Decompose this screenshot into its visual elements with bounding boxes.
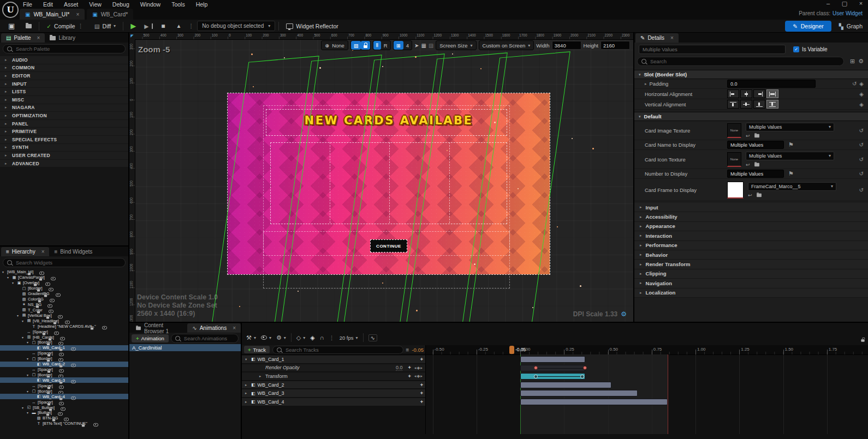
- reset-icon[interactable]: ↺: [859, 157, 864, 163]
- diff-button[interactable]: ▤Diff▾: [91, 20, 120, 32]
- halign-fill-button[interactable]: [766, 89, 778, 98]
- bind-icon[interactable]: ◈: [859, 91, 864, 97]
- add-key-icon[interactable]: +: [408, 365, 411, 370]
- localization-preview-toggle[interactable]: ⫴: [373, 41, 381, 50]
- auto-key-icon[interactable]: ◈: [310, 334, 314, 341]
- visibility-eye-icon[interactable]: [93, 423, 98, 426]
- compile-button[interactable]: ✓Compile⋮: [43, 20, 87, 32]
- tree-row[interactable]: ▾▥[HB_Cards]: [0, 334, 128, 340]
- preview-image-icon[interactable]: ▨: [429, 43, 433, 49]
- track-row[interactable]: ▸◧WB_Card_4+: [242, 398, 425, 406]
- widget-section-bar[interactable]: [520, 390, 638, 396]
- section-behavior[interactable]: ▸Behavior: [634, 250, 868, 260]
- tree-row[interactable]: ∗NS_BG: [0, 302, 128, 308]
- widget-section-bar[interactable]: [520, 399, 668, 405]
- expander-icon[interactable]: ▾: [27, 357, 30, 360]
- expander-icon[interactable]: ▸: [645, 82, 647, 86]
- grid-snap-toggle[interactable]: ⊞: [394, 41, 403, 50]
- asset-dropdown[interactable]: Multiple Values▾: [746, 152, 834, 160]
- localize-flag-icon[interactable]: ⚑: [788, 141, 794, 148]
- valign-top-button[interactable]: [727, 100, 739, 109]
- section-localization[interactable]: ▸Localization: [634, 288, 868, 298]
- tree-row[interactable]: ◧WB_Card_2: [0, 362, 128, 367]
- palette-search-input[interactable]: [15, 45, 121, 52]
- expander-icon[interactable]: ▾: [7, 275, 10, 279]
- tree-row[interactable]: ↔[Spacer]: [0, 329, 128, 334]
- expander-icon[interactable]: ▸: [259, 374, 263, 378]
- close-tab-icon[interactable]: ×: [233, 325, 236, 331]
- expander-icon[interactable]: ▾: [17, 314, 20, 317]
- tree-row[interactable]: ▨BTN-BG: [0, 416, 128, 421]
- asset-dropdown[interactable]: Multiple Values▾: [746, 123, 834, 131]
- tree-row[interactable]: ▾▦[CanvasPanel]: [0, 275, 128, 280]
- use-selected-asset-icon[interactable]: ↩: [748, 193, 752, 198]
- palette-category-primitive[interactable]: ▸PRIMITIVE: [0, 128, 128, 135]
- close-tab-icon[interactable]: ×: [37, 35, 40, 41]
- asset-thumbnail[interactable]: None: [727, 123, 741, 138]
- section-clipping[interactable]: ▸Clipping: [634, 269, 868, 279]
- play-options-icon[interactable]: ⋮: [188, 23, 194, 29]
- close-button[interactable]: ×: [857, 0, 865, 7]
- expander-icon[interactable]: ▸: [245, 400, 249, 404]
- grid-snap-size[interactable]: 4: [403, 41, 412, 50]
- playback-end-marker[interactable]: [668, 354, 668, 434]
- reset-icon[interactable]: ↺: [859, 171, 864, 177]
- expander-icon[interactable]: ▾: [22, 319, 25, 323]
- expander-icon[interactable]: ▸: [245, 383, 249, 387]
- height-input[interactable]: [601, 41, 630, 50]
- tree-row[interactable]: ↔[Spacer]: [0, 399, 128, 405]
- tree-row[interactable]: ↔[Spacer]: [0, 383, 128, 388]
- widget-section-bar[interactable]: [520, 382, 611, 388]
- palette-category-editor[interactable]: ▸EDITOR: [0, 72, 128, 80]
- section-render-transform[interactable]: ▸Render Transform: [634, 260, 868, 269]
- fps-dropdown[interactable]: 20 fps: [340, 335, 354, 341]
- tree-row[interactable]: ▨ColorBG: [0, 297, 128, 302]
- palette-category-common[interactable]: ▸COMMON: [0, 64, 128, 72]
- details-search[interactable]: [637, 57, 844, 66]
- flow-direction-toggle[interactable]: R: [381, 41, 390, 50]
- preview-background-icon[interactable]: ▦: [421, 43, 426, 49]
- add-section-icon[interactable]: +: [420, 357, 423, 362]
- curve-editor-icon[interactable]: ∿: [368, 334, 377, 341]
- playhead-marker[interactable]: [509, 346, 514, 354]
- palette-category-panel[interactable]: ▸PANEL: [0, 120, 128, 128]
- add-section-icon[interactable]: +: [420, 382, 423, 388]
- track-timeline-divider[interactable]: [425, 345, 426, 434]
- playback-options-icon[interactable]: ⚙: [276, 334, 282, 341]
- expander-icon[interactable]: ▾: [22, 406, 25, 410]
- halign-right-button[interactable]: [753, 89, 765, 98]
- tree-row[interactable]: ↔[Spacer]: [0, 367, 128, 372]
- browse-asset-icon[interactable]: [754, 134, 759, 137]
- dpi-settings-gear-icon[interactable]: ⚙: [621, 310, 627, 318]
- view-options-icon[interactable]: [261, 335, 267, 340]
- tree-row[interactable]: ▾▢[Border]: [0, 340, 128, 345]
- use-selected-asset-icon[interactable]: ↩: [746, 133, 750, 139]
- expander-icon[interactable]: ▸: [245, 391, 249, 395]
- halign-left-button[interactable]: [727, 89, 739, 98]
- key-navigation-icons[interactable]: ◂◆▸: [414, 374, 423, 378]
- transform-mode-icon[interactable]: ➤: [414, 43, 419, 49]
- halign-center-button[interactable]: [740, 89, 752, 98]
- add-section-icon[interactable]: +: [420, 399, 423, 405]
- menu-tools[interactable]: Tools: [171, 1, 185, 8]
- reset-icon[interactable]: ↺: [859, 142, 864, 148]
- selection-outline-toggle[interactable]: ▧: [351, 41, 361, 50]
- widget-name-field[interactable]: [639, 45, 786, 54]
- palette-category-advanced[interactable]: ▸ADVANCED: [0, 160, 128, 167]
- tree-row[interactable]: ▨T_Color: [0, 307, 128, 312]
- tree-row[interactable]: ▾◱[SB_Button]: [0, 405, 128, 410]
- expander-icon[interactable]: ▾: [245, 357, 249, 362]
- maximize-button[interactable]: ▢: [841, 0, 848, 7]
- tab-details[interactable]: ✎Details×: [635, 33, 679, 43]
- tree-row[interactable]: ▾▬[Button]: [0, 410, 128, 416]
- asset-thumbnail[interactable]: [727, 182, 744, 199]
- bind-icon[interactable]: ◈: [859, 101, 864, 107]
- details-search-input[interactable]: [649, 58, 840, 65]
- widget-section-bar[interactable]: [520, 356, 585, 363]
- text-value-input[interactable]: [727, 141, 784, 149]
- animation-list-item[interactable]: A_CardInitial: [129, 344, 241, 351]
- palette-category-lists[interactable]: ▸LISTS: [0, 88, 128, 95]
- lock-toggle[interactable]: [361, 41, 370, 50]
- menu-file[interactable]: File: [23, 1, 32, 8]
- current-time-display[interactable]: -0.05: [412, 347, 424, 353]
